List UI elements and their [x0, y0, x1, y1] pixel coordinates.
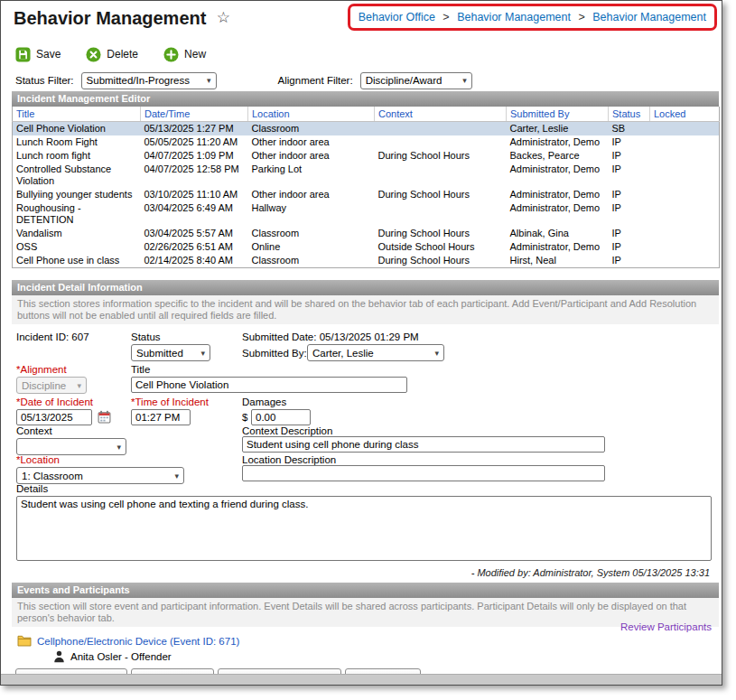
cell-submitted-by: Administrator, Demo [507, 201, 609, 227]
incident-table: Title Date/Time Location Context Submitt… [12, 107, 720, 268]
table-row[interactable]: Bullyiing younger students 03/10/2025 11… [13, 188, 720, 201]
event-link[interactable]: Cellphone/Electronic Device (Event ID: 6… [37, 636, 239, 647]
date-of-incident-label: *Date of Incident [16, 397, 93, 407]
title-label: Title [131, 364, 150, 375]
cell-location: Classroom [248, 122, 375, 136]
column-header-status[interactable]: Status [609, 107, 650, 122]
table-row[interactable]: Controlled Substance Violation 04/07/202… [13, 163, 720, 188]
editor-section-header: Incident Management Editor [12, 91, 719, 107]
cell-locked [650, 201, 720, 227]
chevron-down-icon: ▾ [200, 349, 205, 358]
cell-datetime: 05/13/2025 1:27 PM [141, 122, 248, 136]
cell-location: Classroom [248, 227, 375, 240]
horizontal-scrollbar[interactable] [1, 674, 722, 685]
cell-location: Parking Lot [248, 163, 375, 188]
breadcrumb-separator: > [443, 11, 449, 23]
column-header-location[interactable]: Location [248, 107, 375, 122]
time-of-incident-input[interactable] [131, 409, 191, 425]
delete-icon [86, 47, 101, 62]
filter-bar: Status Filter: Submitted/In-Progress ▾ A… [1, 70, 722, 91]
event-tree-item[interactable]: Cellphone/Electronic Device (Event ID: 6… [17, 635, 239, 647]
cell-submitted-by: Hirst, Neal [507, 254, 609, 268]
title-input[interactable] [131, 377, 407, 393]
submitted-by-select[interactable]: Carter, Leslie ▾ [307, 344, 444, 361]
cell-status: IP [609, 201, 650, 227]
cell-status: SB [609, 122, 650, 136]
column-header-context[interactable]: Context [375, 107, 507, 122]
person-icon [53, 650, 65, 663]
context-select[interactable]: ▾ [16, 438, 126, 455]
submitted-by-label: Submitted By: [242, 348, 307, 359]
cell-submitted-by: Administrator, Demo [507, 188, 609, 201]
column-header-datetime[interactable]: Date/Time [141, 107, 248, 122]
cell-datetime: 03/04/2025 6:49 AM [141, 201, 248, 227]
cell-locked [650, 254, 720, 268]
location-description-input[interactable] [242, 465, 605, 481]
alignment-filter-value: Discipline/Award [366, 75, 443, 86]
cell-location: Classroom [248, 254, 375, 268]
table-row[interactable]: Lunch Room Fight 05/05/2025 11:20 AM Oth… [13, 135, 720, 149]
incident-detail-section: Incident Detail Information This section… [12, 280, 719, 583]
status-filter-value: Submitted/In-Progress [87, 75, 190, 86]
cell-context [375, 163, 507, 188]
cell-title: Controlled Substance Violation [13, 163, 141, 188]
submitted-by-value: Carter, Leslie [312, 348, 374, 359]
damages-input[interactable] [251, 409, 311, 425]
status-label: Status [131, 331, 161, 342]
alignment-filter-select[interactable]: Discipline/Award ▾ [360, 72, 472, 89]
alignment-value: Discipline [22, 380, 66, 391]
column-header-locked[interactable]: Locked [650, 107, 720, 122]
participant-tree-item[interactable]: Anita Osler - Offender [53, 650, 172, 663]
context-description-input[interactable] [242, 436, 605, 453]
breadcrumb-highlight-annotation: Behavior Office > Behavior Management > … [348, 4, 717, 31]
chevron-down-icon: ▾ [462, 76, 467, 85]
favorite-star-icon[interactable]: ☆ [217, 8, 230, 27]
cell-datetime: 02/26/2025 6:51 AM [141, 240, 248, 254]
cell-submitted-by: Backes, Pearce [507, 149, 609, 163]
cell-context: During School Hours [375, 188, 507, 201]
alignment-filter-label: Alignment Filter: [278, 75, 353, 86]
context-label: Context [16, 425, 52, 436]
page-header: Behavior Management ☆ Behavior Office > … [1, 1, 722, 39]
cell-title: Cell Phone use in class [13, 254, 141, 268]
breadcrumb-link-behavior-management-2[interactable]: Behavior Management [592, 11, 706, 23]
incident-management-editor: Incident Management Editor Title Date/Ti… [12, 91, 719, 268]
breadcrumb-link-behavior-office[interactable]: Behavior Office [359, 11, 435, 23]
chevron-down-icon: ▾ [434, 349, 439, 358]
breadcrumb-separator: > [578, 11, 584, 23]
cell-datetime: 04/07/2025 12:58 PM [141, 163, 248, 188]
table-row[interactable]: Cell Phone Violation 05/13/2025 1:27 PM … [13, 122, 720, 136]
calendar-icon[interactable] [98, 410, 111, 424]
date-of-incident-input[interactable] [16, 409, 92, 425]
status-select[interactable]: Submitted ▾ [131, 344, 210, 361]
table-row[interactable]: Cell Phone use in class 02/14/2025 8:40 … [13, 254, 720, 268]
table-row[interactable]: Lunch room fight 04/07/2025 1:09 PM Othe… [13, 149, 720, 163]
status-filter-select[interactable]: Submitted/In-Progress ▾ [81, 72, 217, 89]
review-participants-link[interactable]: Review Participants [620, 621, 712, 632]
table-row[interactable]: OSS 02/26/2025 6:51 AM Online Outside Sc… [13, 240, 720, 254]
cell-location: Other indoor area [248, 188, 375, 201]
cell-locked [650, 135, 720, 149]
delete-button[interactable]: Delete [86, 47, 138, 62]
location-select-value: 1: Classroom [22, 471, 83, 481]
status-filter-label: Status Filter: [15, 75, 74, 86]
breadcrumb-link-behavior-management[interactable]: Behavior Management [457, 11, 571, 23]
location-select[interactable]: 1: Classroom ▾ [16, 467, 184, 484]
save-icon [15, 47, 31, 62]
save-button[interactable]: Save [15, 47, 61, 62]
alignment-label: *Alignment [16, 364, 67, 375]
cell-status: IP [609, 227, 650, 240]
table-row[interactable]: Roughousing - DETENTION 03/04/2025 6:49 … [13, 201, 720, 227]
details-textarea[interactable]: Student was using cell phone and texting… [16, 496, 712, 561]
table-row[interactable]: Vandalism 03/04/2025 5:57 AM Classroom D… [13, 227, 720, 240]
column-header-submitted-by[interactable]: Submitted By [507, 107, 609, 122]
behavior-management-window: Behavior Management ☆ Behavior Office > … [0, 0, 722, 686]
action-toolbar: Save Delete New [1, 39, 722, 70]
cell-status: IP [609, 149, 650, 163]
damages-label: Damages [242, 397, 286, 407]
column-header-title[interactable]: Title [13, 107, 141, 122]
cell-locked [650, 188, 720, 201]
cell-datetime: 05/05/2025 11:20 AM [141, 135, 248, 149]
new-button[interactable]: New [163, 47, 206, 62]
cell-locked [650, 227, 720, 240]
